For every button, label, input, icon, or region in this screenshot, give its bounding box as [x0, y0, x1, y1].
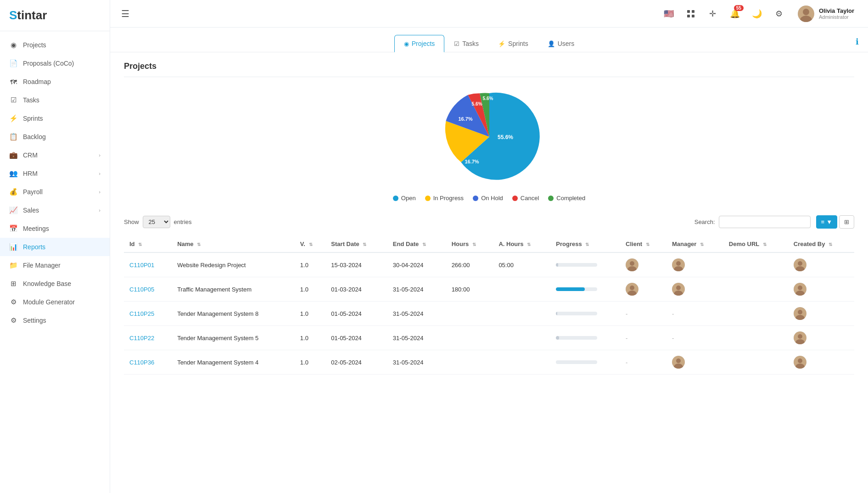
- sidebar-item-payroll[interactable]: 💰 Payroll ›: [0, 183, 110, 201]
- client-dash: -: [626, 359, 627, 366]
- label-completed: 5.6%: [482, 96, 493, 101]
- svg-point-29: [798, 334, 802, 339]
- progress-bar: [556, 312, 557, 315]
- project-id-link[interactable]: C110P05: [129, 286, 154, 293]
- sidebar-item-backlog[interactable]: 📋 Backlog: [0, 128, 110, 146]
- tab-tasks[interactable]: ☑ Tasks: [444, 35, 488, 52]
- sidebar-item-meetings[interactable]: 📅 Meetings: [0, 219, 110, 238]
- table-row: C110P36 Tender Management System 4 1.0 0…: [124, 350, 854, 375]
- settings-icon[interactable]: ⚙: [771, 6, 787, 22]
- menu-toggle-icon[interactable]: ☰: [119, 6, 131, 21]
- project-id-link[interactable]: C110P36: [129, 359, 154, 366]
- notification-icon[interactable]: 🔔 55: [727, 6, 743, 22]
- col-created-by[interactable]: Created By ⇅: [788, 236, 854, 252]
- nav-icon-roadmap: 🗺: [9, 78, 17, 86]
- cell-name: Tender Management System 8: [172, 302, 295, 326]
- created-by-avatar: [794, 356, 806, 369]
- col-client[interactable]: Client ⇅: [620, 236, 666, 252]
- nav-icon-knowledgebase: ⊞: [9, 280, 17, 288]
- cell-client: [620, 252, 666, 277]
- tab-label-tasks: Tasks: [462, 40, 479, 47]
- legend-cancel: Cancel: [512, 195, 539, 202]
- project-id-link[interactable]: C110P01: [129, 262, 154, 269]
- project-id-link[interactable]: C110P25: [129, 310, 154, 317]
- progress-bar-container: [556, 287, 597, 291]
- cell-created-by: [788, 252, 854, 277]
- sidebar-item-projects[interactable]: ◉ Projects: [0, 36, 110, 54]
- col-end-date[interactable]: End Date ⇅: [387, 236, 446, 252]
- search-input[interactable]: [719, 216, 811, 228]
- manager-avatar: [672, 258, 685, 271]
- label-inprogress: 16.7%: [465, 159, 479, 164]
- legend-completed: Completed: [548, 195, 585, 202]
- cell-hours: [446, 302, 493, 326]
- info-icon[interactable]: ℹ: [856, 37, 859, 47]
- legend-label-inprogress: In Progress: [433, 195, 464, 202]
- col-demo-url[interactable]: Demo URL ⇅: [723, 236, 788, 252]
- project-id-link[interactable]: C110P22: [129, 335, 154, 342]
- progress-bar: [556, 263, 558, 267]
- tab-icon-projects: ◉: [404, 40, 409, 47]
- sidebar-item-reports[interactable]: 📊 Reports: [0, 238, 110, 256]
- user-info[interactable]: Olivia Taylor Administrator: [793, 4, 859, 24]
- col-progress[interactable]: Progress ⇅: [550, 236, 620, 252]
- notification-badge: 55: [734, 5, 744, 11]
- col-start-date[interactable]: Start Date ⇅: [325, 236, 387, 252]
- table-wrapper: Id ⇅ Name ⇅ V. ⇅ Start Date ⇅ End Date ⇅…: [124, 236, 854, 375]
- apps-icon[interactable]: [683, 6, 699, 22]
- user-name: Olivia Taylor: [819, 7, 854, 14]
- sidebar-item-knowledgebase[interactable]: ⊞ Knowledge Base: [0, 275, 110, 293]
- nav-label-proposals: Proposals (CoCo): [23, 60, 74, 67]
- col-manager[interactable]: Manager ⇅: [666, 236, 723, 252]
- sidebar-item-settings[interactable]: ⚙ Settings: [0, 311, 110, 330]
- created-by-avatar: [794, 331, 806, 344]
- flag-icon[interactable]: 🇺🇸: [661, 6, 677, 22]
- sidebar-item-tasks[interactable]: ☑ Tasks: [0, 91, 110, 109]
- legend-label-cancel: Cancel: [521, 195, 539, 202]
- manager-avatar: [672, 283, 685, 296]
- nav-icon-tasks: ☑: [9, 96, 17, 104]
- nav-icon-settings: ⚙: [9, 316, 17, 325]
- col-a-hours[interactable]: A. Hours ⇅: [493, 236, 550, 252]
- sidebar-item-hrm[interactable]: 👥 HRM ›: [0, 164, 110, 183]
- tabs-bar: ◉ Projects ☑ Tasks ⚡ Sprints 👤 Users ℹ: [110, 28, 868, 52]
- sidebar-item-sales[interactable]: 📈 Sales ›: [0, 201, 110, 219]
- tab-projects[interactable]: ◉ Projects: [394, 35, 445, 52]
- entries-label: entries: [174, 218, 192, 225]
- chevron-icon-payroll: ›: [99, 189, 101, 195]
- col-v[interactable]: V. ⇅: [295, 236, 326, 252]
- col-name[interactable]: Name ⇅: [172, 236, 295, 252]
- tab-users[interactable]: 👤 Users: [538, 35, 584, 52]
- cell-progress: [550, 326, 620, 350]
- grid-view-button[interactable]: ⊞: [839, 215, 854, 229]
- sidebar-item-roadmap[interactable]: 🗺 Roadmap: [0, 73, 110, 91]
- sidebar-item-crm[interactable]: 💼 CRM ›: [0, 146, 110, 164]
- sidebar-item-filemanager[interactable]: 📁 File Manager: [0, 256, 110, 275]
- show-select[interactable]: 25 50 100: [143, 216, 170, 228]
- cell-hours: 266:00: [446, 252, 493, 277]
- cell-start-date: 01-03-2024: [325, 277, 387, 302]
- list-view-button[interactable]: ≡ ▼: [816, 215, 837, 229]
- tab-label-projects: Projects: [412, 40, 435, 47]
- legend-dot-cancel: [512, 196, 518, 201]
- sidebar-item-proposals[interactable]: 📄 Proposals (CoCo): [0, 54, 110, 73]
- legend-dot-completed: [548, 196, 554, 201]
- sidebar-item-sprints[interactable]: ⚡ Sprints: [0, 109, 110, 128]
- crosshair-icon[interactable]: ✛: [705, 6, 721, 22]
- table-head: Id ⇅ Name ⇅ V. ⇅ Start Date ⇅ End Date ⇅…: [124, 236, 854, 252]
- label-onhold: 16.7%: [458, 116, 472, 122]
- manager-avatar: [672, 356, 685, 369]
- table-row: C110P01 Website Redesign Project 1.0 15-…: [124, 252, 854, 277]
- tab-sprints[interactable]: ⚡ Sprints: [488, 35, 538, 52]
- cell-v: 1.0: [295, 277, 326, 302]
- nav-label-reports: Reports: [23, 243, 45, 251]
- progress-bar-container: [556, 360, 597, 364]
- chevron-icon-crm: ›: [99, 152, 101, 158]
- sidebar-item-modulegenerator[interactable]: ⚙ Module Generator: [0, 293, 110, 311]
- cell-progress: [550, 302, 620, 326]
- cell-end-date: 31-05-2024: [387, 350, 446, 375]
- main-wrapper: ☰ 🇺🇸 ✛ 🔔 55 🌙 ⚙: [110, 0, 868, 493]
- col-hours[interactable]: Hours ⇅: [446, 236, 493, 252]
- dark-mode-icon[interactable]: 🌙: [749, 6, 765, 22]
- col-id[interactable]: Id ⇅: [124, 236, 172, 252]
